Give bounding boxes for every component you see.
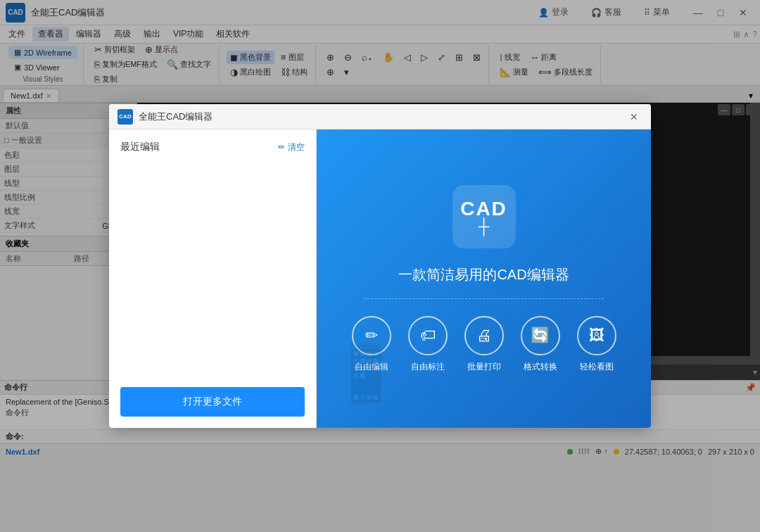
dialog-recent-header: 最近编辑 ✏ 清空 xyxy=(120,141,305,153)
dialog-close-button[interactable]: ✕ xyxy=(626,108,642,125)
dialog-title-bar: CAD 全能王CAD编辑器 ✕ xyxy=(109,104,651,129)
cad-logo-inner: CAD ┼ xyxy=(460,199,507,234)
edit-label: 自由编辑 xyxy=(355,361,388,373)
feature-edit: ✏ 自由编辑 xyxy=(352,316,391,373)
recent-files-list xyxy=(120,165,305,387)
view-icon-circle: 🖼 xyxy=(577,316,616,355)
cad-logo-cross: ┼ xyxy=(479,219,490,234)
print-icon-circle: 🖨 xyxy=(464,316,504,355)
dialog: CAD 全能王CAD编辑器 ✕ 最近编辑 ✏ 清空 打开更多文件 xyxy=(109,104,651,428)
dialog-body: 最近编辑 ✏ 清空 打开更多文件 📱 CAD ┼ xyxy=(109,129,651,428)
convert-label: 格式转换 xyxy=(524,361,557,373)
cad-logo-text: CAD xyxy=(460,199,507,219)
dialog-logo: CAD xyxy=(118,109,133,125)
convert-icon-circle: 🔄 xyxy=(521,316,560,355)
edit-icon-circle: ✏ xyxy=(352,316,391,355)
open-more-button[interactable]: 打开更多文件 xyxy=(120,387,305,417)
feature-print: 🖨 批量打印 xyxy=(464,316,504,373)
clear-icon: ✏ xyxy=(278,142,285,152)
dialog-divider xyxy=(364,298,604,299)
print-label: 批量打印 xyxy=(467,361,501,373)
recent-title: 最近编辑 xyxy=(120,141,160,153)
clear-button[interactable]: ✏ 清空 xyxy=(278,141,305,153)
dialog-slogan: 一款简洁易用的CAD编辑器 xyxy=(398,265,569,284)
feature-convert: 🔄 格式转换 xyxy=(521,316,560,373)
feature-view: 🖼 轻松看图 xyxy=(577,316,616,373)
dialog-features: ✏ 自由编辑 🏷 自由标注 🖨 批量打印 🔄 格式转换 xyxy=(352,316,616,373)
annotate-icon-circle: 🏷 xyxy=(408,316,448,355)
dialog-overlay: CAD 全能王CAD编辑器 ✕ 最近编辑 ✏ 清空 打开更多文件 xyxy=(0,0,760,532)
dialog-right: 📱 CAD ┼ 一款简洁易用的CAD编辑器 ✏ 自由编辑 🏷 xyxy=(317,129,651,428)
view-label: 轻松看图 xyxy=(580,361,614,373)
dialog-left: 最近编辑 ✏ 清空 打开更多文件 xyxy=(109,129,317,428)
annotate-label: 自由标注 xyxy=(411,361,445,373)
cad-logo-box: CAD ┼ xyxy=(452,185,516,248)
feature-annotate: 🏷 自由标注 xyxy=(408,316,448,373)
dialog-title: 全能王CAD编辑器 xyxy=(139,110,620,123)
